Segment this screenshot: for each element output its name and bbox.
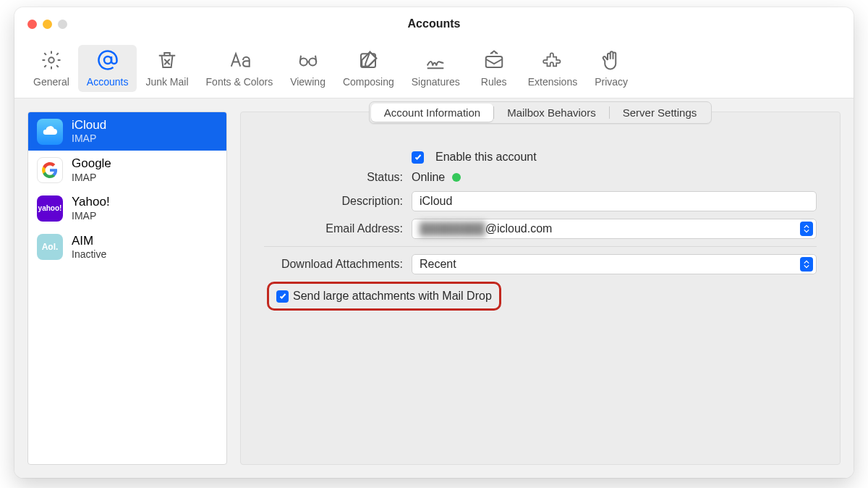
icloud-icon	[37, 119, 63, 145]
toolbar-viewing[interactable]: Viewing	[281, 45, 334, 92]
enable-account-label: Enable this account	[435, 151, 537, 164]
yahoo-icon: yahoo!	[37, 195, 63, 222]
svg-point-1	[104, 56, 111, 64]
description-field[interactable]: iCloud	[412, 191, 817, 211]
account-name: iCloud	[72, 118, 106, 132]
preferences-window: Accounts General Accounts Junk Mail	[14, 7, 854, 478]
email-address-popup[interactable]: ████████@icloud.com	[412, 219, 817, 239]
maildrop-highlight: Send large attachments with Mail Drop	[267, 282, 501, 311]
toolbar-privacy[interactable]: Privacy	[586, 45, 637, 92]
hand-icon	[600, 49, 622, 74]
account-name: AIM	[72, 234, 106, 248]
google-icon	[37, 157, 63, 183]
detail-tabs: Account Information Mailbox Behaviors Se…	[241, 101, 840, 124]
popup-arrows-icon	[800, 257, 813, 272]
tab-server-settings[interactable]: Server Settings	[610, 104, 710, 122]
enable-account-checkbox[interactable]	[412, 151, 424, 164]
toolbar-label: Viewing	[290, 76, 326, 88]
signature-icon	[425, 49, 446, 74]
gear-icon	[41, 49, 62, 74]
account-name: Yahoo!	[72, 195, 110, 209]
toolbar-general[interactable]: General	[25, 45, 78, 92]
toolbar-signatures[interactable]: Signatures	[403, 45, 469, 92]
account-subtype: Inactive	[72, 248, 106, 261]
toolbar-label: Rules	[481, 76, 507, 88]
toolbar-label: Signatures	[412, 76, 460, 88]
preferences-toolbar: General Accounts Junk Mail Fonts & Color…	[14, 41, 854, 98]
description-label: Description:	[264, 195, 403, 208]
toolbar-label: Extensions	[528, 76, 577, 88]
account-subtype: IMAP	[72, 132, 106, 145]
account-item-icloud[interactable]: iCloud IMAP	[28, 112, 226, 151]
svg-point-0	[48, 57, 54, 63]
tab-account-information[interactable]: Account Information	[371, 104, 493, 122]
toolbar-junk-mail[interactable]: Junk Mail	[137, 45, 197, 92]
popup-arrows-icon	[800, 222, 813, 236]
toolbar-label: Junk Mail	[145, 76, 188, 88]
maildrop-label: Send large attachments with Mail Drop	[293, 290, 492, 303]
maildrop-checkbox[interactable]	[276, 290, 289, 303]
account-subtype: IMAP	[72, 210, 110, 222]
toolbar-extensions[interactable]: Extensions	[519, 45, 586, 92]
rules-icon	[483, 49, 505, 74]
account-subtype: IMAP	[72, 172, 111, 184]
divider	[264, 246, 817, 247]
account-detail-panel: Account Information Mailbox Behaviors Se…	[240, 112, 841, 465]
download-attachments-value: Recent	[420, 258, 456, 271]
at-sign-icon	[97, 49, 119, 74]
titlebar: Accounts	[14, 7, 854, 41]
account-info-form: Enable this account Status: Online Descr…	[241, 126, 840, 325]
email-domain: @icloud.com	[485, 222, 553, 235]
toolbar-label: Composing	[343, 76, 394, 88]
toolbar-composing[interactable]: Composing	[334, 45, 403, 92]
content-area: iCloud IMAP Google IMAP yahoo!	[14, 98, 854, 478]
toolbar-label: Fonts & Colors	[206, 76, 273, 88]
status-label: Status:	[264, 171, 403, 184]
status-online-indicator	[452, 173, 461, 182]
account-name: Google	[72, 156, 111, 171]
download-attachments-popup[interactable]: Recent	[412, 254, 817, 274]
toolbar-label: Privacy	[595, 76, 628, 88]
trash-icon	[156, 49, 178, 74]
toolbar-label: Accounts	[87, 76, 129, 88]
download-attachments-label: Download Attachments:	[264, 258, 403, 271]
puzzle-icon	[542, 49, 563, 74]
account-item-yahoo[interactable]: yahoo! Yahoo! IMAP	[28, 189, 226, 227]
fonts-icon	[229, 49, 250, 74]
accounts-sidebar: iCloud IMAP Google IMAP yahoo!	[27, 112, 227, 465]
toolbar-rules[interactable]: Rules	[469, 45, 519, 92]
window-title: Accounts	[14, 17, 854, 30]
toolbar-accounts[interactable]: Accounts	[78, 45, 137, 92]
account-item-aim[interactable]: Aol. AIM Inactive	[28, 228, 226, 266]
compose-icon	[357, 49, 379, 74]
svg-rect-5	[485, 56, 502, 67]
account-item-google[interactable]: Google IMAP	[28, 151, 226, 189]
toolbar-fonts-colors[interactable]: Fonts & Colors	[197, 45, 282, 92]
toolbar-label: General	[33, 76, 69, 88]
email-local-masked: ████████	[420, 222, 485, 235]
email-label: Email Address:	[264, 222, 403, 235]
status-value: Online	[412, 171, 445, 184]
description-value: iCloud	[420, 195, 452, 208]
aol-icon: Aol.	[37, 234, 63, 260]
tab-mailbox-behaviors[interactable]: Mailbox Behaviors	[494, 104, 609, 122]
glasses-icon	[297, 49, 319, 74]
